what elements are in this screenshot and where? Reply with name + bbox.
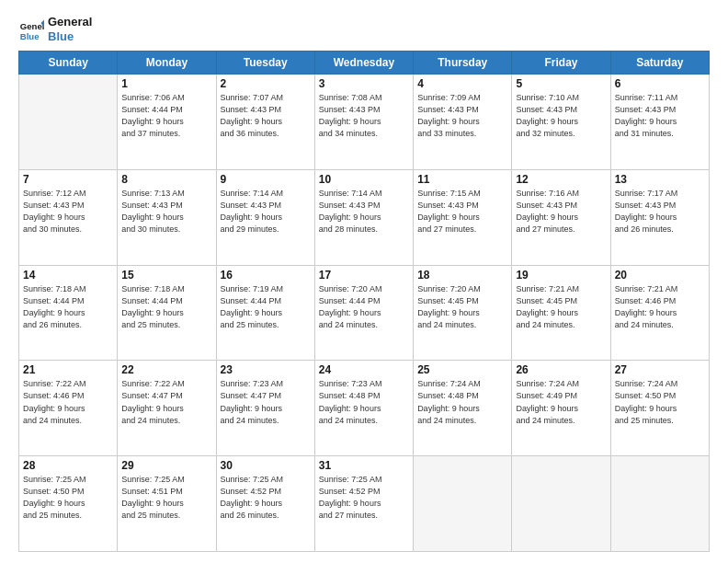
calendar-cell: 12Sunrise: 7:16 AMSunset: 4:43 PMDayligh… [512, 169, 610, 265]
calendar-cell: 16Sunrise: 7:19 AMSunset: 4:44 PMDayligh… [216, 265, 314, 361]
cell-info: Sunrise: 7:08 AMSunset: 4:43 PMDaylight:… [319, 92, 409, 140]
day-number: 8 [121, 173, 211, 186]
day-number: 2 [221, 77, 311, 90]
calendar-cell [610, 456, 709, 552]
cell-info: Sunrise: 7:22 AMSunset: 4:47 PMDaylight:… [121, 378, 211, 426]
calendar-cell: 4Sunrise: 7:09 AMSunset: 4:43 PMDaylight… [414, 75, 512, 170]
cell-info: Sunrise: 7:12 AMSunset: 4:43 PMDaylight:… [23, 188, 113, 236]
calendar-cell: 26Sunrise: 7:24 AMSunset: 4:49 PMDayligh… [512, 361, 610, 456]
day-number: 21 [23, 363, 113, 376]
calendar-week-2: 7Sunrise: 7:12 AMSunset: 4:43 PMDaylight… [19, 169, 710, 265]
calendar-cell: 25Sunrise: 7:24 AMSunset: 4:48 PMDayligh… [414, 361, 512, 456]
calendar-table: SundayMondayTuesdayWednesdayThursdayFrid… [18, 51, 710, 552]
calendar-cell: 1Sunrise: 7:06 AMSunset: 4:44 PMDaylight… [118, 75, 216, 170]
day-number: 22 [121, 363, 211, 376]
day-header-sunday: Sunday [19, 52, 118, 75]
calendar-cell: 27Sunrise: 7:24 AMSunset: 4:50 PMDayligh… [610, 361, 709, 456]
calendar-cell: 28Sunrise: 7:25 AMSunset: 4:50 PMDayligh… [19, 456, 118, 552]
day-number: 30 [221, 459, 311, 472]
day-number: 3 [319, 77, 409, 90]
day-number: 10 [319, 173, 409, 186]
calendar-cell: 6Sunrise: 7:11 AMSunset: 4:43 PMDaylight… [610, 75, 709, 170]
calendar-cell [512, 456, 610, 552]
day-number: 7 [23, 173, 113, 186]
cell-info: Sunrise: 7:25 AMSunset: 4:52 PMDaylight:… [319, 474, 409, 522]
cell-info: Sunrise: 7:14 AMSunset: 4:43 PMDaylight:… [319, 188, 409, 236]
calendar-cell: 5Sunrise: 7:10 AMSunset: 4:43 PMDaylight… [512, 75, 610, 170]
cell-info: Sunrise: 7:15 AMSunset: 4:43 PMDaylight:… [417, 188, 507, 236]
day-number: 18 [417, 269, 507, 282]
logo-text: General Blue [48, 15, 92, 43]
calendar-cell: 7Sunrise: 7:12 AMSunset: 4:43 PMDaylight… [19, 169, 118, 265]
day-header-friday: Friday [512, 52, 610, 75]
cell-info: Sunrise: 7:23 AMSunset: 4:48 PMDaylight:… [319, 378, 409, 426]
cell-info: Sunrise: 7:07 AMSunset: 4:43 PMDaylight:… [221, 92, 311, 140]
day-number: 26 [516, 363, 606, 376]
calendar-week-5: 28Sunrise: 7:25 AMSunset: 4:50 PMDayligh… [19, 456, 710, 552]
day-number: 1 [121, 77, 211, 90]
day-number: 28 [23, 459, 113, 472]
day-number: 12 [516, 173, 606, 186]
calendar-cell: 24Sunrise: 7:23 AMSunset: 4:48 PMDayligh… [314, 361, 413, 456]
calendar-cell: 17Sunrise: 7:20 AMSunset: 4:44 PMDayligh… [314, 265, 413, 361]
calendar-cell: 10Sunrise: 7:14 AMSunset: 4:43 PMDayligh… [314, 169, 413, 265]
calendar-body: 1Sunrise: 7:06 AMSunset: 4:44 PMDaylight… [19, 75, 710, 552]
day-number: 5 [516, 77, 606, 90]
day-number: 27 [615, 363, 705, 376]
cell-info: Sunrise: 7:20 AMSunset: 4:45 PMDaylight:… [417, 283, 507, 331]
day-number: 29 [121, 459, 211, 472]
day-number: 4 [417, 77, 507, 90]
cell-info: Sunrise: 7:13 AMSunset: 4:43 PMDaylight:… [121, 188, 211, 236]
day-number: 23 [221, 363, 311, 376]
cell-info: Sunrise: 7:18 AMSunset: 4:44 PMDaylight:… [23, 283, 113, 331]
cell-info: Sunrise: 7:24 AMSunset: 4:50 PMDaylight:… [615, 378, 705, 426]
calendar-cell: 3Sunrise: 7:08 AMSunset: 4:43 PMDaylight… [314, 75, 413, 170]
cell-info: Sunrise: 7:18 AMSunset: 4:44 PMDaylight:… [121, 283, 211, 331]
cell-info: Sunrise: 7:25 AMSunset: 4:51 PMDaylight:… [121, 474, 211, 522]
day-header-tuesday: Tuesday [216, 52, 314, 75]
day-number: 19 [516, 269, 606, 282]
day-number: 17 [319, 269, 409, 282]
cell-info: Sunrise: 7:20 AMSunset: 4:44 PMDaylight:… [319, 283, 409, 331]
calendar-cell: 20Sunrise: 7:21 AMSunset: 4:46 PMDayligh… [610, 265, 709, 361]
calendar-week-4: 21Sunrise: 7:22 AMSunset: 4:46 PMDayligh… [19, 361, 710, 456]
calendar-cell: 14Sunrise: 7:18 AMSunset: 4:44 PMDayligh… [19, 265, 118, 361]
day-number: 24 [319, 363, 409, 376]
day-header-monday: Monday [118, 52, 216, 75]
day-header-thursday: Thursday [414, 52, 512, 75]
calendar-cell: 19Sunrise: 7:21 AMSunset: 4:45 PMDayligh… [512, 265, 610, 361]
day-header-wednesday: Wednesday [314, 52, 413, 75]
day-number: 31 [319, 459, 409, 472]
cell-info: Sunrise: 7:21 AMSunset: 4:45 PMDaylight:… [516, 283, 606, 331]
day-number: 20 [615, 269, 705, 282]
cell-info: Sunrise: 7:09 AMSunset: 4:43 PMDaylight:… [417, 92, 507, 140]
calendar-cell: 8Sunrise: 7:13 AMSunset: 4:43 PMDaylight… [118, 169, 216, 265]
calendar-cell [414, 456, 512, 552]
day-number: 16 [221, 269, 311, 282]
calendar-cell: 13Sunrise: 7:17 AMSunset: 4:43 PMDayligh… [610, 169, 709, 265]
calendar-cell: 15Sunrise: 7:18 AMSunset: 4:44 PMDayligh… [118, 265, 216, 361]
calendar-cell [19, 75, 118, 170]
cell-info: Sunrise: 7:23 AMSunset: 4:47 PMDaylight:… [221, 378, 311, 426]
calendar-week-1: 1Sunrise: 7:06 AMSunset: 4:44 PMDaylight… [19, 75, 710, 170]
day-number: 25 [417, 363, 507, 376]
logo-icon: General Blue [18, 17, 44, 42]
cell-info: Sunrise: 7:24 AMSunset: 4:48 PMDaylight:… [417, 378, 507, 426]
day-number: 13 [615, 173, 705, 186]
calendar-cell: 9Sunrise: 7:14 AMSunset: 4:43 PMDaylight… [216, 169, 314, 265]
cell-info: Sunrise: 7:17 AMSunset: 4:43 PMDaylight:… [615, 188, 705, 236]
cell-info: Sunrise: 7:21 AMSunset: 4:46 PMDaylight:… [615, 283, 705, 331]
calendar-cell: 29Sunrise: 7:25 AMSunset: 4:51 PMDayligh… [118, 456, 216, 552]
cell-info: Sunrise: 7:19 AMSunset: 4:44 PMDaylight:… [221, 283, 311, 331]
calendar-cell: 30Sunrise: 7:25 AMSunset: 4:52 PMDayligh… [216, 456, 314, 552]
calendar-cell: 31Sunrise: 7:25 AMSunset: 4:52 PMDayligh… [314, 456, 413, 552]
logo: General Blue General Blue [18, 15, 92, 43]
day-number: 11 [417, 173, 507, 186]
cell-info: Sunrise: 7:16 AMSunset: 4:43 PMDaylight:… [516, 188, 606, 236]
cell-info: Sunrise: 7:25 AMSunset: 4:52 PMDaylight:… [221, 474, 311, 522]
calendar-cell: 23Sunrise: 7:23 AMSunset: 4:47 PMDayligh… [216, 361, 314, 456]
cell-info: Sunrise: 7:11 AMSunset: 4:43 PMDaylight:… [615, 92, 705, 140]
day-number: 15 [121, 269, 211, 282]
cell-info: Sunrise: 7:25 AMSunset: 4:50 PMDaylight:… [23, 474, 113, 522]
day-header-saturday: Saturday [610, 52, 709, 75]
